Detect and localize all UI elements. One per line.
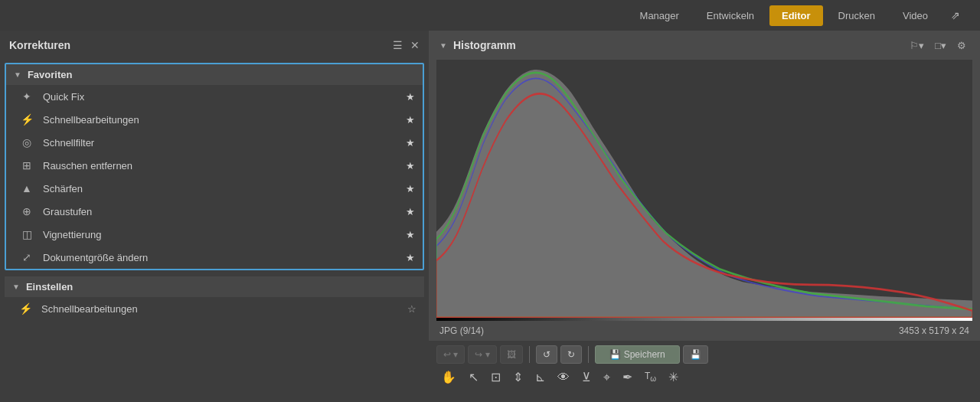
einstellen-schnell-icon: ⚡ (17, 302, 34, 315)
menu-item-quick-fix[interactable]: ✦ Quick Fix ★ (6, 85, 423, 108)
redeye-tool-button[interactable]: 👁 (553, 368, 574, 387)
quick-fix-label: Quick Fix (43, 91, 406, 103)
file-info-bar: JPG (9/14) 3453 x 5179 x 24 (429, 321, 980, 341)
hand-tool-button[interactable]: ✋ (436, 367, 461, 387)
favorites-chevron-icon: ▼ (14, 70, 21, 79)
lasso-tool-button[interactable]: ⊾ (531, 367, 550, 387)
favorites-header[interactable]: ▼ Favoriten (6, 64, 423, 85)
menu-item-graustufen[interactable]: ⊕ Graustufen ★ (6, 200, 423, 223)
schnellfilter-label: Schnellfilter (43, 137, 406, 149)
histogram-square-icon[interactable]: □▾ (932, 38, 949, 53)
histogram-chart (436, 60, 972, 318)
schnellbearbeitungen-label: Schnellbearbeitungen (43, 114, 406, 126)
quick-fix-icon: ✦ (18, 90, 35, 103)
rauschen-label: Rauschen entfernen (43, 160, 406, 172)
schaerfen-icon: ▲ (18, 182, 35, 194)
panel-close-icon[interactable]: ✕ (410, 39, 420, 51)
schaerfen-label: Schärfen (43, 183, 406, 194)
panel-title: Korrekturen (9, 39, 70, 51)
menu-item-schnellfilter[interactable]: ◎ Schnellfilter ★ (6, 131, 423, 154)
favorites-title: Favoriten (28, 69, 73, 80)
rauschen-icon: ⊞ (18, 159, 35, 172)
histogram-header: ▼ Histogramm ⚐▾ □▾ ⚙ (429, 31, 980, 60)
panel-header-icons: ☰ ✕ (393, 39, 420, 51)
dokumentgroesse-star[interactable]: ★ (406, 252, 415, 263)
menu-item-einstellen-schnell[interactable]: ⚡ Schnellbearbeitungen ☆ (5, 297, 424, 320)
quick-fix-star[interactable]: ★ (406, 91, 415, 103)
menu-item-schaerfen[interactable]: ▲ Schärfen ★ (6, 177, 423, 200)
rotate-right-button[interactable]: ↻ (560, 345, 582, 364)
panel-menu-icon[interactable]: ☰ (393, 39, 403, 51)
nav-item-drucken[interactable]: Drucken (826, 5, 887, 26)
crop-tool-button[interactable]: ⊡ (486, 367, 505, 387)
toolbar-row-tools: ✋ ↖ ⊡ ⇕ ⊾ 👁 ⊻ ⌖ ✒ Tω ✳ (436, 367, 972, 387)
file-type-label: JPG (9/14) (439, 325, 484, 336)
nav-item-entwickeln[interactable]: Entwickeln (694, 5, 766, 26)
einstellen-schnell-label: Schnellbearbeitungen (41, 303, 407, 315)
schnellbearbeitungen-star[interactable]: ★ (406, 114, 415, 126)
vignettierung-label: Vignettierung (43, 229, 406, 240)
einstellen-section: ▼ Einstellen ⚡ Schnellbearbeitungen ☆ (5, 276, 424, 320)
main-content: Korrekturen ☰ ✕ ▼ Favoriten ✦ Quick Fix … (0, 31, 980, 402)
text-tool-button[interactable]: Tω (640, 368, 661, 386)
graustufen-icon: ⊕ (18, 205, 35, 217)
histogram-flag-icon[interactable]: ⚐▾ (906, 38, 927, 53)
toolbar-row-top: ↩ ▾ ↪ ▾ 🖼 ↺ ↻ 💾 Speichern 💾 (436, 345, 972, 364)
rauschen-star[interactable]: ★ (406, 160, 415, 172)
histogram-controls: ⚐▾ □▾ ⚙ (906, 38, 969, 53)
panel-header: Korrekturen ☰ ✕ (0, 31, 429, 60)
save-icon: 💾 (609, 349, 621, 360)
save-label: Speichern (624, 349, 665, 360)
top-navigation: Manager Entwickeln Editor Drucken Video … (0, 0, 980, 31)
nav-item-editor[interactable]: Editor (769, 5, 823, 26)
einstellen-schnell-star[interactable]: ☆ (407, 303, 416, 315)
menu-item-schnellbearbeitungen[interactable]: ⚡ Schnellbearbeitungen ★ (6, 108, 423, 131)
histogram-settings-icon[interactable]: ⚙ (954, 38, 969, 53)
schnellfilter-icon: ◎ (18, 136, 35, 149)
vignettierung-icon: ◫ (18, 228, 35, 240)
histogram-title-row: ▼ Histogramm (439, 39, 516, 51)
straighten-tool-button[interactable]: ⇕ (508, 367, 528, 387)
graustufen-label: Graustufen (43, 206, 406, 217)
einstellen-header[interactable]: ▼ Einstellen (5, 276, 424, 297)
favorites-section: ▼ Favoriten ✦ Quick Fix ★ ⚡ Schnellbearb… (5, 63, 424, 270)
schaerfen-star[interactable]: ★ (406, 183, 415, 194)
save-as-button[interactable]: 💾 (683, 345, 708, 364)
histogram-panel: ▼ Histogramm ⚐▾ □▾ ⚙ (429, 31, 980, 341)
vignettierung-star[interactable]: ★ (406, 229, 415, 240)
einstellen-title: Einstellen (26, 281, 73, 293)
file-dimensions-label: 3453 x 5179 x 24 (899, 325, 969, 336)
menu-item-vignettierung[interactable]: ◫ Vignettierung ★ (6, 223, 423, 246)
toolbar-separator-2 (588, 346, 589, 363)
dokumentgroesse-label: Dokumentgröße ändern (43, 252, 406, 263)
dokumentgroesse-icon: ⤢ (18, 251, 35, 263)
nav-item-manager[interactable]: Manager (628, 5, 691, 26)
schnellbearbeitungen-icon: ⚡ (18, 113, 35, 126)
einstellen-chevron-icon: ▼ (12, 283, 20, 291)
bottom-toolbar: ↩ ▾ ↪ ▾ 🖼 ↺ ↻ 💾 Speichern 💾 ✋ ↖ ⊡ ⇕ ⊾ � (429, 341, 980, 402)
save-button[interactable]: 💾 Speichern (595, 345, 680, 364)
schnellfilter-star[interactable]: ★ (406, 137, 415, 149)
left-panel: Korrekturen ☰ ✕ ▼ Favoriten ✦ Quick Fix … (0, 31, 429, 402)
histogram-title: Histogramm (453, 39, 516, 51)
menu-item-dokumentgroesse[interactable]: ⤢ Dokumentgröße ändern ★ (6, 246, 423, 269)
redo-button[interactable]: ↪ ▾ (468, 345, 496, 364)
undo-button[interactable]: ↩ ▾ (436, 345, 465, 364)
right-panel: ▼ Histogramm ⚐▾ □▾ ⚙ (429, 31, 980, 402)
nav-item-video[interactable]: Video (890, 5, 940, 26)
graustufen-star[interactable]: ★ (406, 206, 415, 217)
heal-tool-button[interactable]: ⌖ (599, 368, 615, 387)
histogram-chevron-icon: ▼ (439, 41, 447, 50)
menu-item-rauschen[interactable]: ⊞ Rauschen entfernen ★ (6, 154, 423, 177)
select-tool-button[interactable]: ↖ (464, 367, 483, 387)
export-icon[interactable]: ⇗ (943, 5, 968, 26)
toolbar-separator-1 (529, 346, 530, 363)
effects-tool-button[interactable]: ✳ (664, 367, 683, 387)
rotate-left-button[interactable]: ↺ (536, 345, 557, 364)
levels-tool-button[interactable]: ⊻ (577, 367, 596, 387)
image-history-button[interactable]: 🖼 (500, 345, 523, 364)
brush-tool-button[interactable]: ✒ (618, 367, 637, 387)
